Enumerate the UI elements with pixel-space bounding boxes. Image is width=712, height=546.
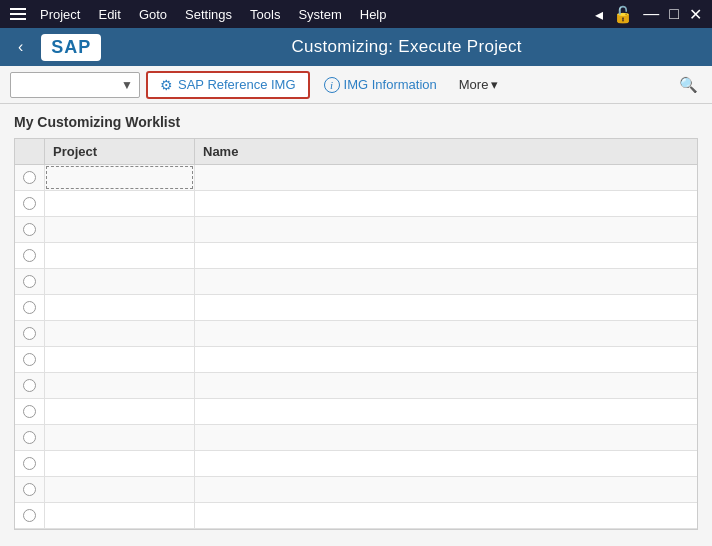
- table-row[interactable]: [15, 165, 697, 191]
- row-project: [45, 269, 195, 294]
- menu-project[interactable]: Project: [32, 4, 88, 25]
- row-name: [195, 477, 697, 502]
- menu-goto[interactable]: Goto: [131, 4, 175, 25]
- row-name: [195, 373, 697, 398]
- row-project: [45, 191, 195, 216]
- sap-ref-label: SAP Reference IMG: [178, 77, 296, 92]
- project-column-header: Project: [45, 139, 195, 164]
- radio-button[interactable]: [23, 457, 36, 470]
- radio-button[interactable]: [23, 405, 36, 418]
- img-information-button[interactable]: i IMG Information: [316, 74, 445, 96]
- row-project: [45, 425, 195, 450]
- more-button[interactable]: More ▾: [451, 74, 507, 95]
- radio-button[interactable]: [23, 327, 36, 340]
- row-project: [45, 451, 195, 476]
- table-header: Project Name: [15, 139, 697, 165]
- row-radio[interactable]: [15, 425, 45, 450]
- menu-tools[interactable]: Tools: [242, 4, 288, 25]
- project-dropdown[interactable]: ▼: [10, 72, 140, 98]
- close-icon[interactable]: ✕: [685, 1, 706, 28]
- menu-system[interactable]: System: [290, 4, 349, 25]
- radio-button[interactable]: [23, 249, 36, 262]
- title-bar: ‹ SAP Customizing: Execute Project: [0, 28, 712, 66]
- table-row[interactable]: [15, 373, 697, 399]
- back-button[interactable]: ‹: [10, 34, 31, 60]
- radio-button[interactable]: [23, 223, 36, 236]
- table-row[interactable]: [15, 399, 697, 425]
- row-project: [45, 321, 195, 346]
- row-radio[interactable]: [15, 477, 45, 502]
- row-project: [45, 347, 195, 372]
- table-row[interactable]: [15, 243, 697, 269]
- row-radio[interactable]: [15, 217, 45, 242]
- table-row[interactable]: [15, 425, 697, 451]
- table-row[interactable]: [15, 191, 697, 217]
- nav-back-icon[interactable]: ◂: [591, 1, 607, 28]
- row-project: [45, 399, 195, 424]
- row-name: [195, 243, 697, 268]
- menu-edit[interactable]: Edit: [90, 4, 128, 25]
- img-info-label: IMG Information: [344, 77, 437, 92]
- minimize-icon[interactable]: —: [639, 1, 663, 27]
- row-name: [195, 295, 697, 320]
- radio-button[interactable]: [23, 353, 36, 366]
- radio-button[interactable]: [23, 483, 36, 496]
- menu-settings[interactable]: Settings: [177, 4, 240, 25]
- row-radio[interactable]: [15, 321, 45, 346]
- table-row[interactable]: [15, 347, 697, 373]
- checkbox-column-header: [15, 139, 45, 164]
- table-row[interactable]: [15, 503, 697, 529]
- row-project: [45, 165, 195, 190]
- row-radio[interactable]: [15, 243, 45, 268]
- table-row[interactable]: [15, 269, 697, 295]
- hamburger-menu[interactable]: [6, 4, 30, 24]
- table-row[interactable]: [15, 321, 697, 347]
- more-label: More: [459, 77, 489, 92]
- table-row[interactable]: [15, 451, 697, 477]
- row-radio[interactable]: [15, 373, 45, 398]
- radio-button[interactable]: [23, 197, 36, 210]
- menu-bar: Project Edit Goto Settings Tools System …: [0, 0, 712, 28]
- worklist-table: Project Name: [14, 138, 698, 530]
- table-row[interactable]: [15, 295, 697, 321]
- maximize-icon[interactable]: □: [665, 1, 683, 27]
- back-arrow-icon: ‹: [18, 38, 23, 56]
- nav-lock-icon[interactable]: 🔓: [609, 1, 637, 28]
- row-radio[interactable]: [15, 347, 45, 372]
- row-radio[interactable]: [15, 503, 45, 528]
- toolbar: ▼ ⚙ SAP Reference IMG i IMG Information …: [0, 66, 712, 104]
- table-row[interactable]: [15, 217, 697, 243]
- row-name: [195, 165, 697, 190]
- page-title: Customizing: Execute Project: [111, 37, 702, 57]
- row-name: [195, 451, 697, 476]
- row-name: [195, 399, 697, 424]
- row-project: [45, 373, 195, 398]
- sap-logo: SAP: [41, 34, 101, 61]
- table-row[interactable]: [15, 477, 697, 503]
- row-radio[interactable]: [15, 165, 45, 190]
- menu-help[interactable]: Help: [352, 4, 395, 25]
- radio-button[interactable]: [23, 301, 36, 314]
- info-icon: i: [324, 77, 340, 93]
- radio-button[interactable]: [23, 379, 36, 392]
- row-project: [45, 477, 195, 502]
- sap-reference-img-button[interactable]: ⚙ SAP Reference IMG: [146, 71, 310, 99]
- radio-button[interactable]: [23, 275, 36, 288]
- row-radio[interactable]: [15, 399, 45, 424]
- row-project: [45, 503, 195, 528]
- radio-button[interactable]: [23, 171, 36, 184]
- more-chevron-icon: ▾: [491, 77, 498, 92]
- search-button[interactable]: 🔍: [675, 72, 702, 98]
- radio-button[interactable]: [23, 509, 36, 522]
- row-name: [195, 269, 697, 294]
- row-radio[interactable]: [15, 191, 45, 216]
- row-name: [195, 217, 697, 242]
- row-radio[interactable]: [15, 451, 45, 476]
- row-name: [195, 321, 697, 346]
- row-radio[interactable]: [15, 269, 45, 294]
- row-radio[interactable]: [15, 295, 45, 320]
- row-project: [45, 243, 195, 268]
- name-column-header: Name: [195, 139, 697, 164]
- radio-button[interactable]: [23, 431, 36, 444]
- row-name: [195, 503, 697, 528]
